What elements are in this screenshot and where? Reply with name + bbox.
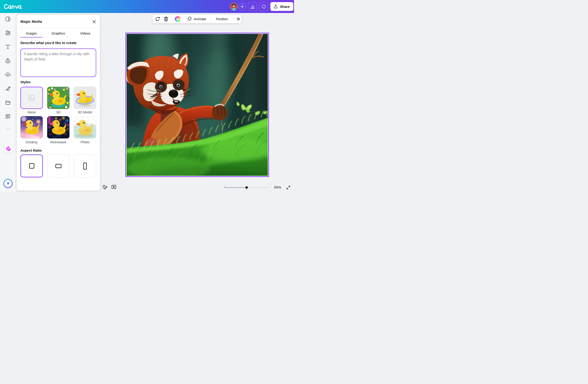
object-panel-rail: co <box>0 13 16 192</box>
sidebar-item-text[interactable] <box>5 44 11 50</box>
trash-icon <box>163 16 169 22</box>
tab-images[interactable]: Images <box>21 28 42 38</box>
aspect-ratio-row <box>21 154 96 177</box>
position-button[interactable]: Position <box>216 17 228 21</box>
color-button[interactable] <box>175 16 180 22</box>
portrait-icon <box>83 163 87 170</box>
animate-icon[interactable] <box>187 17 192 21</box>
aspect-landscape[interactable] <box>47 154 70 177</box>
style-label: Retrowave <box>47 140 70 144</box>
sparkles-icon <box>5 181 11 186</box>
zoom-controls: 50% <box>223 184 293 190</box>
sidebar-item-uploads[interactable] <box>5 72 11 77</box>
zoom-slider-knob[interactable] <box>245 186 248 189</box>
tab-graphics[interactable]: Graphics <box>47 28 69 38</box>
share-upload-icon <box>273 4 278 9</box>
magic-media-icon <box>6 146 11 151</box>
sidebar-item-design[interactable] <box>5 16 11 22</box>
canva-logo[interactable] <box>4 3 23 10</box>
share-button[interactable]: Share <box>270 2 293 11</box>
styles-row-1-labels: None 3D 3D Model <box>21 110 96 114</box>
sidebar-item-apps[interactable] <box>5 114 11 119</box>
aspect-square[interactable] <box>21 154 43 177</box>
avatar[interactable] <box>230 2 238 11</box>
style-label: None <box>21 110 43 114</box>
top-bar: Share <box>0 0 294 13</box>
zoom-marker <box>224 186 225 187</box>
add-member-button[interactable] <box>239 3 246 10</box>
toolbar-divider <box>233 17 233 21</box>
selected-image[interactable] <box>126 33 269 177</box>
landscape-icon <box>55 164 62 168</box>
style-photo[interactable] <box>74 116 96 138</box>
style-dreamy[interactable] <box>21 116 43 138</box>
more-button[interactable] <box>236 17 240 21</box>
tab-label: Videos <box>80 32 90 35</box>
tab-label: Images <box>26 32 37 35</box>
styles-row-2-labels: Dreamy Retrowave Photo <box>21 140 96 144</box>
tab-bar: Images Graphics Videos <box>21 28 96 38</box>
aspect-ratio-label: Aspect Ratio <box>21 149 42 152</box>
style-label: Dreamy <box>21 140 43 144</box>
bar-chart-icon <box>250 4 255 9</box>
close-icon <box>92 20 96 24</box>
sidebar-item-brand[interactable]: co <box>5 58 11 64</box>
color-wheel-icon <box>175 16 180 22</box>
sidebar-item-projects[interactable] <box>5 100 11 105</box>
insights-button[interactable] <box>248 2 257 11</box>
sidebar-item-elements[interactable] <box>5 30 11 36</box>
sidebar-item-magic-media[interactable] <box>4 145 13 152</box>
styles-label: Styles <box>21 80 31 84</box>
toolbar-divider <box>172 17 172 21</box>
style-3d-model[interactable] <box>74 87 96 109</box>
canva-editor: Share co <box>0 0 294 192</box>
toolbar-divider <box>183 17 184 21</box>
panel-header: Magic Media <box>17 15 100 28</box>
close-button[interactable] <box>92 19 97 24</box>
toolbar-divider <box>210 17 211 21</box>
context-toolbar: Animate Position <box>153 15 242 23</box>
comments-button[interactable] <box>259 2 268 11</box>
zoom-level[interactable]: 50% <box>274 185 281 189</box>
add-comment-icon <box>155 16 160 22</box>
styles-row-1 <box>21 87 96 109</box>
red-panda-artwork <box>126 34 268 176</box>
rail-divider <box>5 129 10 130</box>
style-label: 3D Model <box>74 110 96 114</box>
speech-bubble-icon <box>261 4 266 9</box>
square-icon <box>29 163 34 169</box>
style-label: 3D <box>47 110 70 114</box>
fullscreen-button[interactable] <box>286 186 290 190</box>
delete-button[interactable] <box>163 16 169 22</box>
animate-button[interactable]: Animate <box>194 17 206 21</box>
comment-button[interactable] <box>155 16 160 22</box>
prompt-input[interactable] <box>21 48 96 77</box>
magic-media-panel: Magic Media Images Graphics Videos Descr… <box>17 15 100 191</box>
panel-title: Magic Media <box>21 20 42 24</box>
tab-videos[interactable]: Videos <box>74 28 96 38</box>
style-retrowave[interactable] <box>47 116 70 138</box>
describe-label: Describe what you’d like to create <box>21 41 77 45</box>
sidebar-item-draw[interactable] <box>5 86 11 91</box>
style-label: Photo <box>74 140 96 144</box>
notes-button[interactable] <box>102 184 107 190</box>
share-label: Share <box>280 5 290 9</box>
presentation-button[interactable] <box>111 184 116 190</box>
style-none[interactable] <box>21 87 43 109</box>
assistant-button[interactable] <box>3 179 13 188</box>
tab-label: Graphics <box>51 32 65 35</box>
style-3d[interactable] <box>47 87 70 109</box>
statusbar-left <box>102 184 116 190</box>
aspect-portrait[interactable] <box>74 154 96 177</box>
svg-text:co: co <box>7 60 9 63</box>
styles-row-2 <box>21 116 96 138</box>
double-chevron-icon <box>236 17 240 21</box>
